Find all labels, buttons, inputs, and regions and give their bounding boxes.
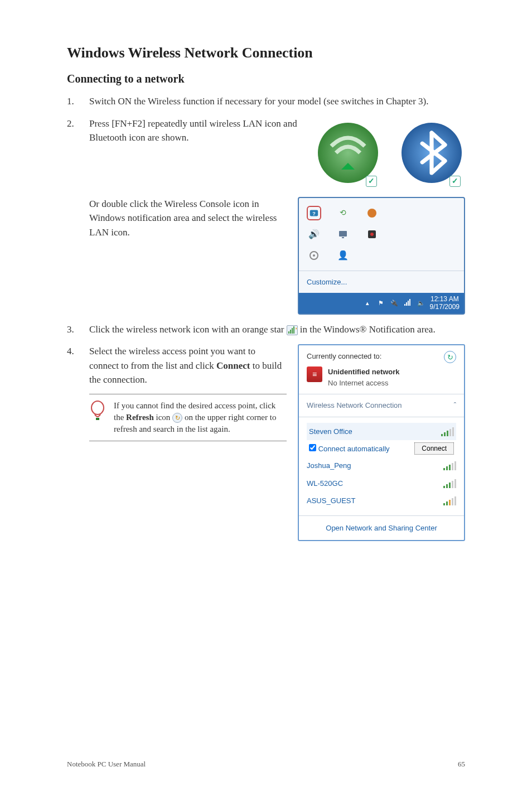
svg-rect-15 — [288, 331, 289, 334]
open-network-sharing-center-link[interactable]: Open Network and Sharing Center — [299, 515, 464, 541]
note-box: If you cannot find the desired access po… — [89, 394, 287, 441]
unidentified-network-label: Unidentified network — [328, 366, 400, 378]
svg-rect-6 — [342, 237, 344, 238]
step-3-pre: Click the wireless network icon with an … — [89, 324, 287, 335]
svg-rect-21 — [96, 418, 99, 420]
signal-bars-icon — [443, 479, 456, 488]
currently-connected-label: Currently connected to: — [307, 351, 381, 362]
tip-bulb-icon — [89, 400, 107, 427]
page-footer: Notebook PC User Manual 65 — [67, 749, 465, 769]
clock[interactable]: 12:13 AM 9/17/2009 — [430, 295, 460, 311]
network-item[interactable]: Joshua_Peng — [307, 457, 456, 475]
svg-rect-17 — [292, 328, 293, 334]
connect-automatically-label: Connect automatically — [318, 445, 390, 453]
customize-link[interactable]: Customize... — [299, 271, 464, 293]
step-4: Select the wireless access point you wan… — [67, 344, 465, 541]
step-3: Click the wireless network icon with an … — [67, 322, 465, 337]
svg-point-10 — [313, 254, 315, 257]
network-star-icon: ★ — [287, 325, 298, 335]
speaker-icon[interactable]: 🔈 — [417, 298, 425, 307]
network-name: Steven Office — [309, 426, 352, 437]
tray-icon-square[interactable] — [365, 227, 379, 242]
tray-icon-person[interactable]: 👤 — [336, 248, 350, 263]
network-item[interactable]: WL-520GC — [307, 475, 456, 493]
step-1: Switch ON the Wireless function if neces… — [67, 94, 465, 109]
step-3-post: in the Windows® Notification area. — [300, 324, 436, 335]
taskbar: ▴ ⚑ 🔌 🔈 12:13 AM 9/17/2009 — [299, 293, 464, 313]
check-icon: ✓ — [449, 176, 461, 187]
wireless-console-icon[interactable]: ? — [307, 206, 321, 220]
svg-point-0 — [318, 123, 378, 183]
note-mid: icon — [156, 413, 173, 422]
svg-rect-18 — [293, 326, 294, 334]
step-2b-text: Or double click the Wireless Console ico… — [89, 199, 277, 238]
footer-right: 65 — [458, 760, 465, 769]
svg-text:★: ★ — [295, 326, 297, 331]
section-heading: Connecting to a network — [67, 73, 465, 85]
note-text: If you cannot find the desired access po… — [114, 400, 287, 435]
network-tray-icon[interactable] — [403, 298, 412, 307]
step-1-text: Switch ON the Wireless function if neces… — [89, 96, 428, 107]
wireless-lan-icon: ✓ — [315, 117, 381, 189]
wireless-network-connection-label: Wireless Network Connection — [307, 400, 402, 411]
page-heading: Windows Wireless Network Connection — [67, 45, 465, 61]
footer-left: Notebook PC User Manual — [67, 760, 146, 769]
power-icon[interactable]: 🔌 — [390, 298, 399, 307]
network-name: WL-520GC — [307, 478, 343, 489]
volume-icon[interactable]: 🔊 — [307, 227, 321, 242]
tray-icon-disc[interactable] — [307, 248, 321, 263]
tray-icon-generic[interactable]: ⟲ — [336, 206, 350, 220]
svg-rect-16 — [290, 330, 291, 334]
date-text: 9/17/2009 — [430, 303, 460, 311]
check-icon: ✓ — [366, 176, 377, 187]
wireless-bt-icons: ✓ ✓ — [315, 117, 465, 189]
show-hidden-icon[interactable]: ▴ — [363, 298, 372, 307]
connect-button[interactable]: Connect — [414, 442, 454, 455]
svg-point-20 — [91, 401, 104, 414]
svg-rect-13 — [408, 301, 409, 306]
collapse-caret-icon[interactable]: ˆ — [454, 400, 456, 411]
flag-icon[interactable]: ⚑ — [376, 298, 385, 307]
network-item-selected[interactable]: Steven Office — [307, 423, 456, 441]
svg-rect-5 — [339, 231, 347, 237]
connect-automatically-checkbox[interactable]: Connect automatically — [309, 443, 390, 455]
signal-bars-icon — [443, 496, 456, 505]
time-text: 12:13 AM — [430, 295, 460, 303]
svg-point-8 — [370, 233, 374, 236]
tray-icon-globe[interactable] — [365, 206, 379, 220]
network-list-popup: Currently connected to: ↻ ≡ Unidentified… — [298, 344, 465, 541]
network-name: ASUS_GUEST — [307, 495, 355, 507]
step-2-text: Press [FN+F2] repeatedly until wireless … — [89, 118, 297, 143]
svg-point-4 — [367, 209, 376, 218]
no-internet-label: No Internet access — [328, 378, 400, 389]
signal-bars-icon — [441, 427, 454, 436]
step-2: Press [FN+F2] repeatedly until wireless … — [67, 117, 465, 315]
svg-text:?: ? — [312, 210, 316, 216]
svg-rect-11 — [404, 304, 405, 306]
note-bold: Refresh — [126, 413, 154, 422]
monitor-icon[interactable] — [336, 227, 350, 242]
network-item[interactable]: ASUS_GUEST — [307, 492, 456, 510]
svg-rect-12 — [406, 302, 407, 306]
step-4-bold: Connect — [216, 360, 250, 371]
refresh-inline-icon: ↻ — [172, 413, 182, 423]
notification-area-popup: ? ⟲ 🔊 — [298, 197, 465, 315]
network-name: Joshua_Peng — [307, 460, 351, 471]
refresh-icon[interactable]: ↻ — [444, 351, 456, 363]
svg-rect-14 — [409, 299, 410, 306]
network-category-icon: ≡ — [307, 366, 322, 382]
bluetooth-icon: ✓ — [398, 117, 465, 189]
signal-bars-icon — [443, 461, 456, 470]
